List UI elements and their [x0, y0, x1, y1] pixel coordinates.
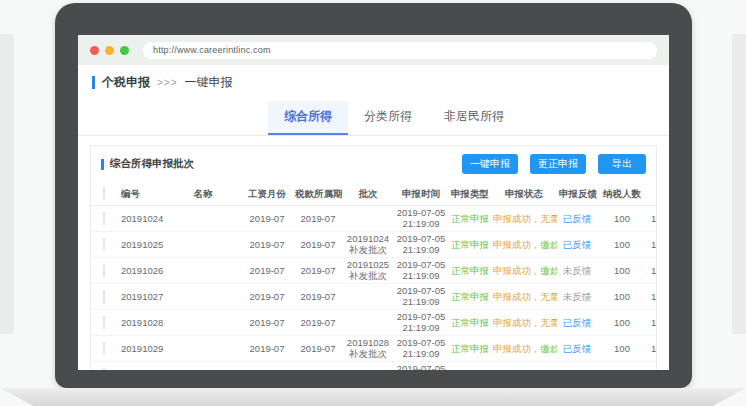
clipped-amount-cell: 11 — [647, 289, 656, 304]
taxpayer-count-cell: 100 — [597, 367, 647, 370]
declare-status-cell: 申报成功，无需缴款 — [491, 289, 557, 304]
panel-accent-bar — [101, 159, 104, 170]
name-cell — [165, 217, 241, 221]
row-checkbox[interactable] — [103, 368, 105, 370]
window-controls — [90, 46, 129, 55]
batch-id-cell: 20191024 — [117, 211, 165, 226]
export-button[interactable]: 导出 — [598, 154, 646, 174]
column-header: 申报状态 — [491, 186, 557, 201]
tax-period-cell: 2019-07 — [293, 367, 343, 370]
taxpayer-count-cell: 100 — [597, 315, 647, 330]
column-header: 税款所属期 — [293, 186, 343, 201]
taxpayer-count-cell: 100 — [597, 237, 647, 252]
declare-type-cell: 正常申报 — [449, 263, 491, 278]
declare-status-cell: 申报成功，缴款成功 — [491, 341, 557, 356]
batch-cell: 20191028补发批次 — [343, 336, 393, 361]
column-header: 工资月份 — [241, 186, 293, 201]
table-row: 201910272019-072019-072019-07-0521:19:09… — [91, 284, 656, 310]
maximize-window-icon[interactable] — [120, 46, 129, 55]
feedback-cell[interactable]: 已反馈 — [557, 367, 597, 370]
declare-time-cell: 2019-07-0521:19:09 — [393, 336, 449, 361]
row-checkbox-cell — [91, 237, 117, 252]
taxpayer-count-cell: 100 — [597, 341, 647, 356]
header-checkbox-cell — [91, 186, 117, 201]
taxpayer-count-cell: 100 — [597, 211, 647, 226]
clipped-amount-cell: 11 — [647, 315, 656, 330]
declare-time-cell: 2019-07-0521:19:09 — [393, 232, 449, 257]
salary-month-cell: 2019-07 — [241, 263, 293, 278]
declare-time-cell: 2019-07-0521:19:09 — [393, 362, 449, 370]
tab-comprehensive-income[interactable]: 综合所得 — [268, 101, 348, 135]
table-row: 201910252019-072019-0720191024补发批次2019-0… — [91, 232, 656, 258]
feedback-cell[interactable]: 已反馈 — [557, 211, 597, 226]
table-row: 201910262019-072019-0720191025补发批次2019-0… — [91, 258, 656, 284]
row-checkbox[interactable] — [103, 290, 105, 303]
name-cell — [165, 243, 241, 247]
declare-type-cell: 正常申报 — [449, 315, 491, 330]
row-checkbox-cell — [91, 341, 117, 356]
row-checkbox[interactable] — [103, 342, 105, 355]
feedback-cell[interactable]: 已反馈 — [557, 237, 597, 252]
batch-id-cell: 20191027 — [117, 289, 165, 304]
taxpayer-count-cell: 100 — [597, 263, 647, 278]
batch-id-cell: 20191030 — [117, 367, 165, 370]
feedback-cell[interactable]: 已反馈 — [557, 341, 597, 356]
feedback-cell[interactable]: 已反馈 — [557, 315, 597, 330]
salary-month-cell: 2019-07 — [241, 211, 293, 226]
tax-period-cell: 2019-07 — [293, 237, 343, 252]
salary-month-cell: 2019-07 — [241, 237, 293, 252]
panel-header: 综合所得申报批次 一键申报 更正申报 导出 — [91, 146, 656, 181]
declare-status-cell: 申报成功，缴款成功 — [491, 263, 557, 278]
name-cell — [165, 295, 241, 299]
row-checkbox[interactable] — [103, 238, 105, 251]
feedback-cell: 未反馈 — [557, 263, 597, 278]
batch-id-cell: 20191028 — [117, 315, 165, 330]
laptop-bezel: http://www.careerintlinc.com 个税申报 >>> 一键… — [55, 3, 692, 388]
name-cell — [165, 321, 241, 325]
breadcrumb: 个税申报 >>> 一键申报 — [78, 65, 669, 97]
tab-nonresident-income[interactable]: 非居民所得 — [428, 101, 520, 135]
row-checkbox[interactable] — [103, 264, 105, 277]
name-cell — [165, 347, 241, 351]
salary-month-cell: 2019-07 — [241, 367, 293, 370]
breadcrumb-accent-bar — [92, 76, 95, 89]
column-header: 纳税人数 — [597, 186, 647, 201]
url-input[interactable]: http://www.careerintlinc.com — [143, 42, 657, 59]
select-all-checkbox[interactable] — [103, 187, 105, 200]
table-body: 201910242019-072019-072019-07-0521:19:09… — [91, 206, 656, 370]
row-checkbox-cell — [91, 367, 117, 370]
tab-classified-income[interactable]: 分类所得 — [348, 101, 428, 135]
declare-time-cell: 2019-07-0521:19:09 — [393, 206, 449, 231]
url-text: http://www.careerintlinc.com — [153, 45, 271, 55]
row-checkbox-cell — [91, 263, 117, 278]
salary-month-cell: 2019-07 — [241, 315, 293, 330]
column-header: 申报反馈 — [557, 186, 597, 201]
breadcrumb-section: 个税申报 — [102, 74, 150, 91]
column-header: 名称 — [165, 186, 241, 201]
declare-type-cell: 正常申报 — [449, 367, 491, 370]
declare-time-cell: 2019-07-0521:19:09 — [393, 258, 449, 283]
minimize-window-icon[interactable] — [105, 46, 114, 55]
tax-period-cell: 2019-07 — [293, 341, 343, 356]
batch-cell — [343, 217, 393, 221]
one-click-declare-button[interactable]: 一键申报 — [462, 154, 518, 174]
browser-window: http://www.careerintlinc.com 个税申报 >>> 一键… — [78, 35, 669, 370]
row-checkbox[interactable] — [103, 212, 105, 225]
batch-id-cell: 20191026 — [117, 263, 165, 278]
declare-type-cell: 正常申报 — [449, 211, 491, 226]
feedback-cell: 未反馈 — [557, 289, 597, 304]
taxpayer-count-cell: 100 — [597, 289, 647, 304]
batch-table: 编号名称工资月份税款所属期批次申报时间申报类型申报状态申报反馈纳税人数 2019… — [91, 181, 656, 370]
clipped-amount-cell: 11 — [647, 367, 656, 370]
column-header-clipped — [647, 191, 656, 195]
panel-title: 综合所得申报批次 — [110, 157, 194, 171]
declare-status-cell: 申报成功，缴款成功 — [491, 367, 557, 370]
row-checkbox-cell — [91, 315, 117, 330]
close-window-icon[interactable] — [90, 46, 99, 55]
correct-declare-button[interactable]: 更正申报 — [530, 154, 586, 174]
declare-status-cell: 申报成功，缴款成功 — [491, 237, 557, 252]
declare-status-cell: 申报成功，无需缴款 — [491, 211, 557, 226]
row-checkbox[interactable] — [103, 316, 105, 329]
clipped-amount-cell: 11 — [647, 211, 656, 226]
batch-id-cell: 20191025 — [117, 237, 165, 252]
